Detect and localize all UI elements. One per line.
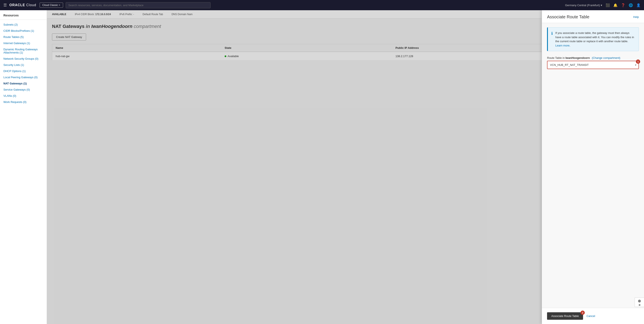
- lifebuoy-icon: ⊕: [638, 299, 641, 303]
- sidebar-item-cidr[interactable]: CIDR Blocks/Prefixes (1): [0, 28, 47, 34]
- sidebar-item-dhcp[interactable]: DHCP Options (1): [0, 68, 47, 74]
- search-input[interactable]: [66, 2, 210, 8]
- page-body: Resources Subnets (2) CIDR Blocks/Prefix…: [0, 10, 644, 324]
- sidebar-item-network-security[interactable]: Network Security Groups (0): [0, 56, 47, 62]
- hamburger-icon[interactable]: ☰: [4, 3, 7, 8]
- route-table-select[interactable]: VCN_HUB_RT_NAT_TRANSIT: [548, 61, 638, 69]
- form-group: Route Table in IwanHoogendoorn (Change c…: [547, 56, 639, 69]
- sidebar-item-route-tables[interactable]: Route Tables (5): [0, 34, 47, 40]
- associate-btn-wrapper: Associate Route Table 2: [547, 312, 583, 320]
- sidebar: Resources Subnets (2) CIDR Blocks/Prefix…: [0, 10, 47, 324]
- learn-more-link[interactable]: Learn more: [555, 44, 570, 47]
- monitor-icon[interactable]: ⬛: [606, 3, 610, 7]
- globe-icon[interactable]: 🌐: [629, 3, 633, 7]
- help-widget[interactable]: ⊕ ⊞: [634, 298, 644, 307]
- sidebar-title: Resources: [0, 14, 47, 20]
- bell-icon[interactable]: 🔔: [613, 3, 618, 7]
- region-selector[interactable]: Germany Central (Frankfurt) ▾: [565, 4, 602, 7]
- badge-1: 1: [636, 60, 640, 64]
- sidebar-item-local-peering[interactable]: Local Peering Gateways (0): [0, 74, 47, 80]
- panel-header: Associate Route Table Help: [542, 10, 644, 23]
- panel-footer: Associate Route Table 2 Cancel: [542, 308, 644, 324]
- sidebar-item-security-lists[interactable]: Security Lists (1): [0, 62, 47, 68]
- panel-body: ℹ If you associate a route table, the ga…: [542, 23, 644, 308]
- badge-2: 2: [580, 310, 585, 315]
- sidebar-item-nat-gateways[interactable]: NAT Gateways (1): [0, 80, 47, 86]
- info-icon: ℹ: [551, 31, 553, 48]
- sidebar-item-work-requests[interactable]: Work Requests (0): [0, 99, 47, 105]
- help-icon[interactable]: ❓: [621, 3, 625, 7]
- sidebar-item-dynamic-routing[interactable]: Dynamic Routing Gateways Attachments (1): [0, 46, 47, 56]
- panel-title: Associate Route Table: [547, 14, 590, 20]
- change-compartment-link[interactable]: (Change compartment): [592, 56, 620, 60]
- route-table-select-wrapper: VCN_HUB_RT_NAT_TRANSIT ▾ 1: [547, 61, 639, 69]
- grid-icon: ⊞: [639, 304, 640, 306]
- associate-route-table-panel: Associate Route Table Help ℹ If you asso…: [542, 10, 644, 324]
- user-icon[interactable]: 👤: [636, 3, 640, 7]
- oracle-logo: ORACLE Cloud: [10, 3, 36, 7]
- associate-route-table-button[interactable]: Associate Route Table: [547, 312, 583, 320]
- cloud-classic-button[interactable]: Cloud Classic >: [40, 2, 63, 8]
- sidebar-item-internet-gateways[interactable]: Internet Gateways (1): [0, 40, 47, 46]
- panel-help-link[interactable]: Help: [633, 15, 639, 18]
- info-box: ℹ If you associate a route table, the ga…: [547, 27, 639, 51]
- main-content: AVAILABLE IPv4 CIDR Block: 172.16.0.0/24…: [47, 10, 644, 324]
- cancel-button[interactable]: Cancel: [586, 314, 595, 318]
- top-navigation: ☰ ORACLE Cloud Cloud Classic > Germany C…: [0, 0, 644, 10]
- route-table-label: Route Table in IwanHoogendoorn (Change c…: [547, 56, 639, 60]
- info-text: If you associate a route table, the gate…: [555, 31, 635, 48]
- nav-right: Germany Central (Frankfurt) ▾ ⬛ 🔔 ❓ 🌐 👤: [565, 3, 640, 7]
- sidebar-item-service-gateways[interactable]: Service Gateways (0): [0, 86, 47, 93]
- sidebar-item-vlans[interactable]: VLANs (0): [0, 93, 47, 99]
- sidebar-item-subnets[interactable]: Subnets (2): [0, 22, 47, 28]
